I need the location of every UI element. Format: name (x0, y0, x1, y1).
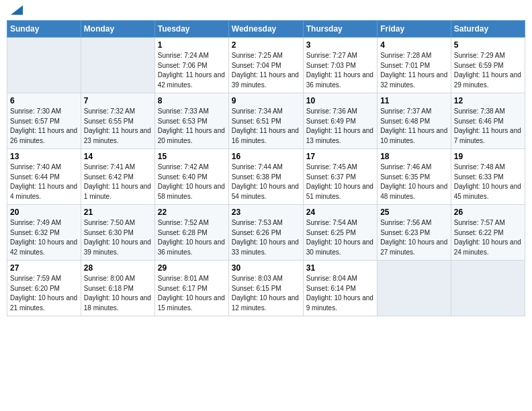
calendar-cell: 20Sunrise: 7:49 AMSunset: 6:32 PMDayligh… (7, 205, 81, 261)
day-number: 28 (84, 263, 152, 273)
cell-details: Sunrise: 7:49 AMSunset: 6:32 PMDaylight:… (10, 218, 78, 257)
day-number: 20 (10, 208, 78, 217)
calendar-cell: 16Sunrise: 7:44 AMSunset: 6:38 PMDayligh… (228, 149, 303, 205)
calendar-week-row: 13Sunrise: 7:40 AMSunset: 6:44 PMDayligh… (7, 149, 525, 205)
cell-details: Sunrise: 7:59 AMSunset: 6:20 PMDaylight:… (10, 274, 78, 313)
calendar-cell: 15Sunrise: 7:42 AMSunset: 6:40 PMDayligh… (154, 149, 228, 205)
calendar-cell: 3Sunrise: 7:27 AMSunset: 7:03 PMDaylight… (303, 38, 377, 93)
cell-details: Sunrise: 7:36 AMSunset: 6:49 PMDaylight:… (306, 107, 374, 146)
day-number: 17 (306, 152, 374, 161)
cell-details: Sunrise: 7:52 AMSunset: 6:28 PMDaylight:… (158, 218, 226, 257)
calendar-cell: 19Sunrise: 7:48 AMSunset: 6:33 PMDayligh… (451, 149, 525, 205)
calendar-cell: 18Sunrise: 7:46 AMSunset: 6:35 PMDayligh… (378, 149, 451, 205)
cell-details: Sunrise: 7:29 AMSunset: 6:59 PMDaylight:… (454, 51, 522, 90)
day-number: 19 (454, 152, 522, 161)
day-header-saturday: Saturday (451, 21, 525, 38)
calendar-cell (378, 261, 451, 316)
calendar-cell: 25Sunrise: 7:56 AMSunset: 6:23 PMDayligh… (378, 205, 451, 261)
day-number: 13 (10, 152, 78, 161)
svg-marker-0 (11, 5, 23, 15)
cell-details: Sunrise: 7:34 AMSunset: 6:51 PMDaylight:… (232, 107, 300, 146)
calendar-cell: 1Sunrise: 7:24 AMSunset: 7:06 PMDaylight… (154, 38, 228, 93)
day-number: 5 (454, 40, 522, 50)
day-number: 10 (306, 96, 374, 105)
calendar-week-row: 20Sunrise: 7:49 AMSunset: 6:32 PMDayligh… (7, 205, 525, 261)
cell-details: Sunrise: 7:38 AMSunset: 6:46 PMDaylight:… (454, 107, 522, 146)
calendar-header-row: SundayMondayTuesdayWednesdayThursdayFrid… (7, 21, 525, 38)
calendar-cell: 13Sunrise: 7:40 AMSunset: 6:44 PMDayligh… (7, 149, 81, 205)
cell-details: Sunrise: 7:46 AMSunset: 6:35 PMDaylight:… (380, 163, 448, 201)
day-number: 18 (380, 152, 448, 161)
calendar-cell: 23Sunrise: 7:53 AMSunset: 6:26 PMDayligh… (228, 205, 303, 261)
calendar-cell (7, 38, 81, 93)
cell-details: Sunrise: 7:44 AMSunset: 6:38 PMDaylight:… (232, 163, 300, 201)
calendar-cell: 6Sunrise: 7:30 AMSunset: 6:57 PMDaylight… (7, 93, 81, 149)
cell-details: Sunrise: 7:33 AMSunset: 6:53 PMDaylight:… (158, 107, 226, 146)
calendar-week-row: 1Sunrise: 7:24 AMSunset: 7:06 PMDaylight… (7, 38, 525, 93)
cell-details: Sunrise: 7:37 AMSunset: 6:48 PMDaylight:… (380, 107, 448, 146)
day-header-friday: Friday (378, 21, 451, 38)
cell-details: Sunrise: 7:28 AMSunset: 7:01 PMDaylight:… (380, 51, 448, 90)
day-number: 8 (158, 96, 226, 105)
day-number: 4 (380, 40, 448, 50)
day-number: 31 (306, 263, 374, 273)
day-number: 12 (454, 96, 522, 105)
day-header-tuesday: Tuesday (154, 21, 228, 38)
day-number: 21 (84, 208, 152, 217)
day-header-monday: Monday (81, 21, 154, 38)
day-number: 27 (10, 263, 78, 273)
day-number: 22 (158, 208, 226, 217)
cell-details: Sunrise: 7:42 AMSunset: 6:40 PMDaylight:… (158, 163, 226, 201)
calendar-table: SundayMondayTuesdayWednesdayThursdayFrid… (7, 20, 525, 316)
cell-details: Sunrise: 7:41 AMSunset: 6:42 PMDaylight:… (84, 163, 152, 201)
cell-details: Sunrise: 7:32 AMSunset: 6:55 PMDaylight:… (84, 107, 152, 146)
day-number: 24 (306, 208, 374, 217)
day-header-sunday: Sunday (7, 21, 81, 38)
calendar-cell: 8Sunrise: 7:33 AMSunset: 6:53 PMDaylight… (154, 93, 228, 149)
calendar-cell: 5Sunrise: 7:29 AMSunset: 6:59 PMDaylight… (451, 38, 525, 93)
day-number: 16 (232, 152, 300, 161)
day-header-wednesday: Wednesday (228, 21, 303, 38)
calendar-cell: 22Sunrise: 7:52 AMSunset: 6:28 PMDayligh… (154, 205, 228, 261)
calendar-cell: 14Sunrise: 7:41 AMSunset: 6:42 PMDayligh… (81, 149, 154, 205)
calendar-cell: 17Sunrise: 7:45 AMSunset: 6:37 PMDayligh… (303, 149, 377, 205)
day-number: 23 (232, 208, 300, 217)
calendar-cell: 24Sunrise: 7:54 AMSunset: 6:25 PMDayligh… (303, 205, 377, 261)
calendar-cell: 21Sunrise: 7:50 AMSunset: 6:30 PMDayligh… (81, 205, 154, 261)
day-number: 25 (380, 208, 448, 217)
day-number: 30 (232, 263, 300, 273)
calendar-cell: 26Sunrise: 7:57 AMSunset: 6:22 PMDayligh… (451, 205, 525, 261)
cell-details: Sunrise: 7:56 AMSunset: 6:23 PMDaylight:… (380, 218, 448, 257)
day-number: 26 (454, 208, 522, 217)
calendar-cell: 7Sunrise: 7:32 AMSunset: 6:55 PMDaylight… (81, 93, 154, 149)
calendar-cell: 12Sunrise: 7:38 AMSunset: 6:46 PMDayligh… (451, 93, 525, 149)
cell-details: Sunrise: 7:24 AMSunset: 7:06 PMDaylight:… (158, 51, 226, 90)
calendar-cell: 31Sunrise: 8:04 AMSunset: 6:14 PMDayligh… (303, 261, 377, 316)
calendar-cell: 2Sunrise: 7:25 AMSunset: 7:04 PMDaylight… (228, 38, 303, 93)
cell-details: Sunrise: 8:04 AMSunset: 6:14 PMDaylight:… (306, 274, 374, 313)
calendar-cell: 28Sunrise: 8:00 AMSunset: 6:18 PMDayligh… (81, 261, 154, 316)
cell-details: Sunrise: 7:48 AMSunset: 6:33 PMDaylight:… (454, 163, 522, 201)
calendar-week-row: 27Sunrise: 7:59 AMSunset: 6:20 PMDayligh… (7, 261, 525, 316)
cell-details: Sunrise: 7:25 AMSunset: 7:04 PMDaylight:… (232, 51, 300, 90)
logo-icon (11, 5, 23, 15)
cell-details: Sunrise: 7:57 AMSunset: 6:22 PMDaylight:… (454, 218, 522, 257)
calendar-cell: 29Sunrise: 8:01 AMSunset: 6:17 PMDayligh… (154, 261, 228, 316)
calendar-cell: 11Sunrise: 7:37 AMSunset: 6:48 PMDayligh… (378, 93, 451, 149)
calendar-cell: 9Sunrise: 7:34 AMSunset: 6:51 PMDaylight… (228, 93, 303, 149)
day-number: 2 (232, 40, 300, 50)
calendar-cell (451, 261, 525, 316)
cell-details: Sunrise: 7:50 AMSunset: 6:30 PMDaylight:… (84, 218, 152, 257)
cell-details: Sunrise: 7:27 AMSunset: 7:03 PMDaylight:… (306, 51, 374, 90)
day-number: 9 (232, 96, 300, 105)
cell-details: Sunrise: 8:03 AMSunset: 6:15 PMDaylight:… (232, 274, 300, 313)
day-header-thursday: Thursday (303, 21, 377, 38)
calendar-cell: 4Sunrise: 7:28 AMSunset: 7:01 PMDaylight… (378, 38, 451, 93)
calendar-cell: 27Sunrise: 7:59 AMSunset: 6:20 PMDayligh… (7, 261, 81, 316)
calendar-week-row: 6Sunrise: 7:30 AMSunset: 6:57 PMDaylight… (7, 93, 525, 149)
cell-details: Sunrise: 7:54 AMSunset: 6:25 PMDaylight:… (306, 218, 374, 257)
calendar-cell: 30Sunrise: 8:03 AMSunset: 6:15 PMDayligh… (228, 261, 303, 316)
cell-details: Sunrise: 7:40 AMSunset: 6:44 PMDaylight:… (10, 163, 78, 201)
day-number: 11 (380, 96, 448, 105)
cell-details: Sunrise: 8:00 AMSunset: 6:18 PMDaylight:… (84, 274, 152, 313)
